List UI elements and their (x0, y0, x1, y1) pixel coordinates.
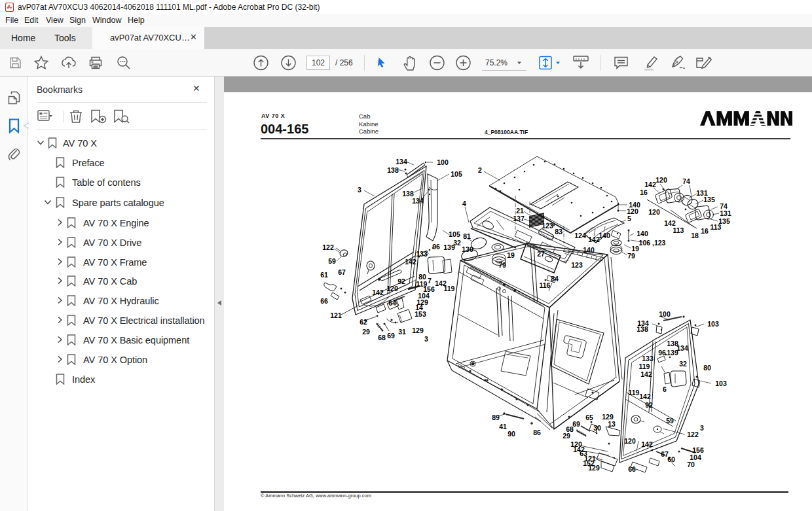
svg-text:18: 18 (691, 232, 699, 239)
svg-text:59: 59 (328, 257, 336, 265)
svg-text:130: 130 (462, 245, 473, 253)
svg-text:67: 67 (338, 268, 346, 276)
svg-text:105: 105 (449, 230, 460, 238)
svg-text:139: 139 (667, 349, 678, 357)
svg-text:123: 123 (571, 261, 583, 269)
svg-text:113: 113 (673, 226, 684, 234)
svg-text:90: 90 (507, 430, 515, 438)
svg-text:123: 123 (542, 222, 553, 230)
svg-text:29: 29 (362, 328, 370, 336)
svg-text:74: 74 (682, 177, 690, 185)
svg-text:29: 29 (563, 432, 570, 440)
svg-text:119: 119 (444, 285, 455, 292)
svg-text:30: 30 (593, 424, 601, 432)
svg-text:121: 121 (330, 311, 342, 319)
svg-text:5: 5 (627, 215, 631, 222)
svg-text:21: 21 (516, 207, 524, 215)
svg-text:81: 81 (463, 232, 471, 240)
svg-text:59: 59 (666, 417, 674, 425)
svg-text:105: 105 (451, 170, 462, 178)
svg-text:4: 4 (462, 200, 466, 207)
svg-text:113: 113 (710, 223, 722, 231)
svg-text:92: 92 (645, 401, 653, 409)
svg-text:16: 16 (640, 188, 648, 196)
svg-text:70: 70 (687, 461, 695, 468)
svg-text:142: 142 (372, 289, 384, 296)
svg-text:131: 131 (720, 209, 731, 217)
svg-text:122: 122 (687, 431, 699, 438)
svg-text:86: 86 (533, 429, 541, 436)
svg-text:68: 68 (378, 334, 386, 342)
svg-text:142: 142 (639, 393, 651, 400)
svg-text:140: 140 (583, 246, 595, 254)
svg-text:65: 65 (585, 414, 593, 421)
svg-text:134: 134 (676, 344, 688, 352)
svg-text:92: 92 (397, 277, 405, 285)
svg-text:100: 100 (659, 310, 671, 318)
svg-text:103: 103 (715, 379, 727, 387)
svg-text:134: 134 (396, 158, 407, 166)
svg-text:103: 103 (707, 320, 719, 328)
svg-text:7: 7 (428, 277, 432, 285)
svg-text:69: 69 (572, 420, 580, 428)
svg-text:133: 133 (416, 250, 428, 258)
svg-text:2: 2 (478, 166, 482, 174)
svg-text:32: 32 (679, 360, 687, 368)
svg-text:134: 134 (412, 197, 424, 205)
svg-text:129: 129 (412, 326, 424, 334)
svg-text:79: 79 (498, 261, 506, 269)
svg-text:84: 84 (551, 275, 559, 283)
svg-text:79: 79 (627, 252, 635, 260)
svg-text:119: 119 (639, 362, 650, 370)
svg-text:19: 19 (507, 251, 515, 259)
svg-text:16: 16 (701, 227, 709, 235)
svg-text:106 ,123: 106 ,123 (639, 239, 666, 247)
svg-text:153: 153 (415, 310, 426, 318)
svg-text:31: 31 (398, 328, 406, 336)
svg-text:142: 142 (405, 258, 416, 266)
svg-text:120: 120 (386, 285, 398, 292)
svg-text:41: 41 (499, 423, 507, 431)
svg-text:64: 64 (388, 299, 396, 307)
svg-text:32: 32 (453, 239, 461, 247)
svg-text:66: 66 (320, 297, 328, 305)
svg-text:100: 100 (437, 158, 449, 166)
svg-text:140: 140 (637, 230, 648, 238)
svg-text:69: 69 (387, 332, 395, 340)
svg-text:122: 122 (322, 243, 334, 251)
svg-text:138: 138 (637, 325, 648, 333)
svg-text:120: 120 (655, 176, 667, 184)
svg-text:80: 80 (703, 364, 711, 372)
svg-text:62: 62 (360, 318, 367, 326)
svg-text:6: 6 (663, 385, 667, 393)
svg-text:142: 142 (644, 181, 656, 188)
svg-text:142: 142 (641, 440, 653, 448)
svg-text:13: 13 (608, 420, 616, 428)
svg-text:96: 96 (658, 349, 666, 357)
svg-text:119: 119 (629, 389, 640, 396)
svg-text:3: 3 (358, 186, 361, 194)
svg-text:61: 61 (320, 271, 328, 279)
svg-text:124: 124 (574, 232, 586, 239)
svg-text:3: 3 (700, 424, 704, 432)
svg-text:3: 3 (424, 335, 428, 343)
svg-text:89: 89 (492, 414, 500, 421)
svg-text:66: 66 (628, 465, 636, 473)
svg-text:96: 96 (432, 243, 440, 251)
svg-text:135: 135 (703, 196, 715, 203)
svg-text:133: 133 (642, 355, 654, 362)
svg-text:142: 142 (640, 370, 652, 378)
svg-text:116: 116 (540, 281, 551, 289)
svg-text:120: 120 (648, 208, 660, 216)
svg-text:60: 60 (667, 455, 675, 463)
svg-text:138: 138 (387, 166, 399, 174)
svg-text:137: 137 (513, 215, 525, 222)
svg-text:120: 120 (624, 437, 636, 445)
svg-text:83: 83 (555, 228, 563, 236)
svg-text:140: 140 (599, 232, 610, 239)
svg-text:27: 27 (537, 250, 545, 258)
svg-text:129: 129 (588, 464, 600, 472)
